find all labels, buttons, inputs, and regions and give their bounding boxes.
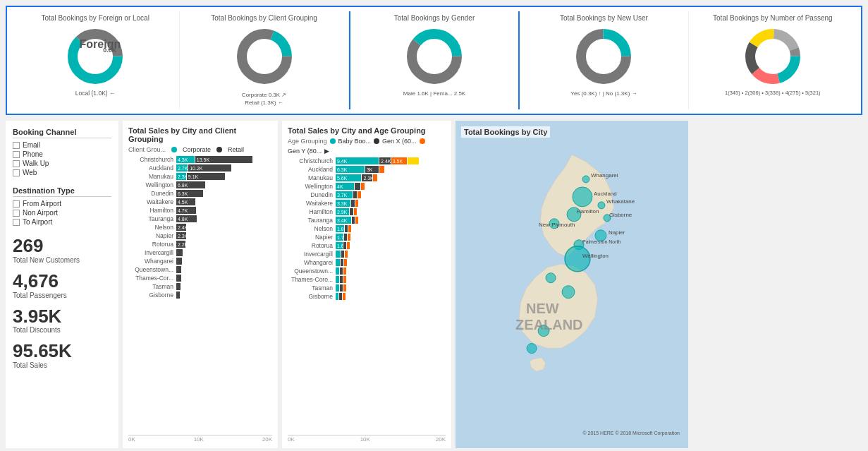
donut-title-4: Total Bookings by New User (560, 14, 648, 22)
filter-non-airport[interactable]: Non Airport (13, 209, 111, 217)
chart2-legend-dot-genx (374, 138, 379, 144)
table-row: Christchurch4.3K13.5K (128, 156, 272, 163)
chart1-bars: Christchurch4.3K13.5KAuckland2.7K10.2KMa… (128, 156, 272, 433)
table-row: Whangarei (288, 259, 446, 266)
bar-group: 1.8K (336, 225, 351, 232)
map-country-label: NEW (526, 301, 559, 316)
city-whangarei (582, 176, 589, 183)
bar-seg: 2.4K (379, 157, 391, 164)
donut-chart-3 (403, 25, 466, 88)
checkbox-non-airport[interactable] (13, 210, 20, 217)
chart2-legend-geny: Gen Y (80... (288, 148, 322, 155)
bar-label: Thames-Cor... (128, 275, 176, 282)
chart1-legend: Client Grou... Corporate Retail (128, 146, 272, 153)
filter-from-airport[interactable]: From Airport (13, 200, 111, 208)
donut-foreign-local: Total Bookings by Foreign or Local Forei… (11, 11, 180, 109)
bar-seg (348, 234, 350, 241)
filter-web[interactable]: Web (13, 169, 111, 176)
chart2-next-arrow[interactable]: ▶ (324, 148, 329, 155)
chart2-legend-prefix: Age Grouping (288, 138, 327, 145)
bar-seg (355, 217, 358, 224)
donut-client-grouping: Total Bookings by Client Grouping Corpor… (180, 11, 348, 109)
bar-seg: 3.4K (336, 217, 351, 224)
stat-number-sales: 95.65K (13, 341, 111, 361)
bar-retail: 9.1K (187, 173, 226, 180)
label-gisborne: Gisborne (609, 212, 632, 218)
chart2-legend-dot-geny (420, 138, 425, 144)
svg-point-5 (252, 44, 277, 69)
chart2-legend: Age Grouping Baby Boo... Gen X (60... Ge… (288, 138, 446, 155)
label-email: Email (23, 141, 40, 149)
table-row: Christchurch9.4K2.4K3.5K (288, 157, 446, 164)
filter-email[interactable]: Email (13, 141, 111, 149)
bar-seg (345, 251, 348, 258)
bar-corporate: 4.3K (176, 156, 195, 163)
checkbox-to-airport[interactable] (13, 219, 20, 226)
checkbox-email[interactable] (13, 142, 20, 149)
label-non-airport: Non Airport (23, 209, 58, 217)
bar-group: 4.5K (176, 198, 195, 205)
bar-seg (343, 276, 346, 283)
checkbox-web[interactable] (13, 169, 20, 176)
table-row: Rotorua2.2K (128, 241, 272, 248)
donut-chart-1: Foreign 0.6K (63, 25, 127, 88)
bar-label: Tasman (128, 283, 176, 290)
checkbox-phone[interactable] (13, 151, 20, 158)
bar-seg (348, 225, 351, 232)
filter-walkup[interactable]: Walk Up (13, 160, 111, 167)
bar-label: Rotorua (288, 242, 336, 249)
bar-retail: 10.2K (188, 164, 231, 172)
city-invercargill (527, 344, 537, 354)
table-row: Dunedin3.7K (288, 191, 446, 198)
label-newplymouth: New Plymouth (539, 222, 575, 228)
bar-seg: 1.8K (336, 225, 344, 232)
chart2-legend-genx: Gen X (60... (382, 138, 417, 145)
bar-label: Manukau (128, 173, 176, 180)
checkbox-from-airport[interactable] (13, 200, 20, 208)
bar-label: Invercargill (288, 251, 336, 258)
bar-retail: 2.3K (176, 232, 186, 239)
filter-to-airport[interactable]: To Airport (13, 218, 111, 226)
bar-group: 6.8K (176, 181, 205, 188)
chart-city-client: Total Sales by City and Client Grouping … (123, 121, 278, 447)
donut-passengers: Total Bookings by Number of Passeng 1(34… (689, 11, 857, 109)
chart1-legend-dot-corporate (171, 147, 177, 152)
checkbox-walkup[interactable] (13, 160, 20, 167)
chart1-legend-corporate: Corporate (183, 146, 211, 153)
top-donut-section: Total Bookings by Foreign or Local Forei… (6, 6, 862, 115)
bar-seg (408, 157, 419, 164)
bar-retail: 4.8K (176, 215, 197, 222)
bar-seg (341, 259, 343, 266)
bar-seg: 4K (336, 183, 354, 190)
city-nelson (546, 273, 556, 283)
bar-seg (355, 200, 358, 207)
bar-seg (361, 183, 365, 190)
stat-number-discounts: 3.95K (13, 306, 111, 327)
city-auckland (573, 187, 592, 207)
bar-label: Auckland (128, 164, 176, 172)
bar-group: 1.6K (336, 242, 350, 249)
bar-retail (176, 249, 183, 256)
chart1-legend-dot-retail (216, 147, 222, 152)
bar-seg (350, 208, 353, 215)
bar-seg (379, 166, 384, 173)
bar-seg (343, 267, 346, 275)
bar-label: Christchurch (128, 156, 176, 163)
bar-seg (336, 284, 339, 291)
table-row: Tasman (288, 284, 446, 291)
bar-group: 5.6K2.3K (336, 174, 377, 181)
table-row: Napier1.7K (288, 234, 446, 241)
bar-label: Gisborne (288, 293, 336, 300)
bar-group (176, 258, 182, 265)
filter-phone[interactable]: Phone (13, 150, 111, 158)
bar-group: 2.3K (176, 232, 186, 239)
bar-seg (347, 242, 350, 249)
bar-seg (340, 267, 343, 275)
bar-seg (336, 259, 340, 266)
bar-group: 2.7K10.2K (176, 164, 231, 172)
stat-sales: 95.65K Total Sales (13, 341, 111, 369)
svg-point-18 (760, 44, 786, 69)
donut-title-1: Total Bookings by Foreign or Local (41, 14, 149, 22)
label-from-airport: From Airport (23, 200, 61, 208)
chart2-legend-bb: Baby Boo... (338, 138, 372, 145)
